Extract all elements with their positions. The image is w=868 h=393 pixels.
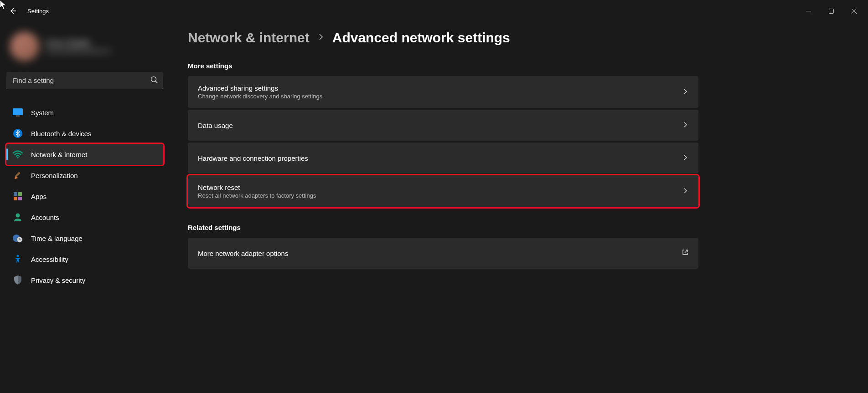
panel-subtitle: Change network discovery and sharing set… (198, 93, 683, 100)
panel-hardware-properties[interactable]: Hardware and connection properties (188, 143, 698, 174)
chevron-right-icon (683, 187, 688, 195)
back-button[interactable] (4, 2, 22, 20)
sidebar-item-label: Apps (31, 193, 46, 200)
nav-list: System Bluetooth & devices Network & int… (6, 102, 163, 291)
sidebar-item-system[interactable]: System (6, 102, 163, 123)
svg-rect-13 (18, 192, 22, 196)
accessibility-icon (13, 254, 23, 264)
sidebar-item-label: Accessibility (31, 255, 68, 263)
sidebar-item-label: Privacy & security (31, 276, 85, 284)
close-button[interactable] (843, 4, 864, 18)
sidebar-item-time[interactable]: Time & language (6, 228, 163, 249)
minimize-button[interactable] (798, 4, 819, 18)
svg-rect-14 (14, 197, 17, 200)
svg-rect-15 (18, 197, 22, 200)
panel-title: More network adapter options (198, 250, 682, 257)
minimize-icon (806, 9, 811, 14)
sidebar-item-privacy[interactable]: Privacy & security (6, 270, 163, 291)
panel-subtitle: Reset all network adapters to factory se… (198, 192, 683, 199)
bluetooth-icon (13, 128, 23, 138)
profile-area[interactable]: Umar Shaikh umarshaikh@mailinator.inc (6, 27, 163, 72)
avatar (10, 32, 39, 61)
search-wrap (6, 72, 163, 89)
section-heading-related: Related settings (188, 224, 698, 231)
titlebar: Settings (0, 0, 868, 22)
sidebar-item-label: System (31, 109, 54, 117)
sidebar-item-accounts[interactable]: Accounts (6, 207, 163, 228)
sidebar-item-apps[interactable]: Apps (6, 186, 163, 207)
sidebar-item-label: Time & language (31, 235, 83, 242)
maximize-button[interactable] (821, 4, 842, 18)
svg-rect-12 (14, 192, 17, 196)
panel-group-related: More network adapter options (188, 238, 698, 269)
sidebar: Umar Shaikh umarshaikh@mailinator.inc Sy… (0, 22, 170, 393)
breadcrumb-current: Advanced network settings (332, 30, 510, 46)
panel-title: Data usage (198, 122, 683, 129)
svg-point-16 (16, 214, 20, 218)
sidebar-item-label: Bluetooth & devices (31, 130, 92, 138)
panel-data-usage[interactable]: Data usage (188, 110, 698, 141)
shield-icon (13, 275, 23, 285)
profile-email: umarshaikh@mailinator.inc (46, 48, 111, 54)
chevron-right-icon (683, 154, 688, 162)
panel-title: Hardware and connection properties (198, 154, 683, 162)
svg-point-22 (17, 255, 19, 257)
sidebar-item-accessibility[interactable]: Accessibility (6, 249, 163, 270)
sidebar-item-label: Network & internet (31, 151, 87, 158)
chevron-right-icon (683, 121, 688, 129)
app-title: Settings (27, 8, 49, 15)
arrow-left-icon (9, 7, 16, 15)
main-content: Network & internet Advanced network sett… (170, 22, 717, 393)
breadcrumb: Network & internet Advanced network sett… (188, 30, 698, 46)
chevron-right-icon (683, 88, 688, 96)
breadcrumb-parent[interactable]: Network & internet (188, 30, 310, 46)
wifi-icon (13, 149, 23, 159)
panel-network-reset[interactable]: Network reset Reset all network adapters… (188, 175, 698, 207)
sidebar-item-bluetooth[interactable]: Bluetooth & devices (6, 123, 163, 144)
apps-icon (13, 191, 23, 201)
external-link-icon (682, 249, 688, 257)
close-icon (852, 9, 857, 14)
sidebar-item-label: Personalization (31, 172, 78, 179)
panel-more-adapter-options[interactable]: More network adapter options (188, 238, 698, 269)
sidebar-item-personalization[interactable]: Personalization (6, 165, 163, 186)
search-input[interactable] (6, 72, 163, 89)
sidebar-item-label: Accounts (31, 214, 59, 221)
svg-rect-8 (16, 115, 20, 117)
maximize-icon (829, 9, 834, 14)
svg-rect-7 (13, 108, 23, 115)
section-heading-more: More settings (188, 62, 698, 70)
panel-advanced-sharing[interactable]: Advanced sharing settings Change network… (188, 76, 698, 108)
panel-group-more: Advanced sharing settings Change network… (188, 76, 698, 207)
window-controls (798, 4, 864, 18)
paintbrush-icon (13, 170, 23, 180)
svg-point-10 (17, 157, 19, 158)
panel-title: Advanced sharing settings (198, 84, 683, 92)
svg-rect-1 (829, 9, 833, 13)
chevron-right-icon (318, 34, 324, 42)
person-icon (13, 212, 23, 222)
panel-title: Network reset (198, 184, 683, 191)
clock-globe-icon (13, 233, 23, 243)
sidebar-item-network[interactable]: Network & internet (6, 144, 163, 165)
profile-name: Umar Shaikh (46, 39, 111, 48)
svg-rect-11 (15, 172, 20, 177)
display-icon (13, 107, 23, 117)
